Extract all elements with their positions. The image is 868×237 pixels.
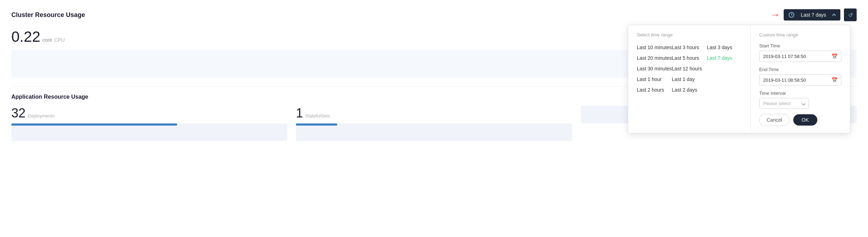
refresh-icon: ↺ [848,12,853,18]
time-option-last-3-days[interactable]: Last 3 days [707,42,742,52]
time-option-last-3-hours[interactable]: Last 3 hours [672,42,707,52]
interval-label: Time Interval [759,91,841,96]
cpu-label: CPU [54,37,65,43]
cancel-button[interactable]: Cancel [759,114,790,126]
ok-button[interactable]: OK [793,114,817,126]
time-option-last-1-hour[interactable]: Last 1 hour [637,74,672,84]
statefulsets-number: 1 [296,106,303,121]
time-option-last-1-day[interactable]: Last 1 day [672,74,707,84]
time-option-last-5-hours[interactable]: Last 5 hours [672,53,707,63]
select-time-range-title: Select time range [637,32,742,37]
cluster-section-header: Cluster Resource Usage → Last 7 days ↺ [11,8,857,21]
deployments-chart [11,123,287,141]
deployments-label: Deployments [28,113,55,118]
custom-time-panel: Custom time range Start Time 📅 End Time … [751,25,850,133]
statefulsets-label: StatefulSets [305,113,330,118]
deployments-card: 32 Deployments [11,106,287,141]
start-time-label: Start Time [759,43,841,48]
time-options-grid: Last 10 minutes Last 3 hours Last 3 days… [637,42,742,95]
end-time-group: End Time 📅 [759,67,841,86]
main-container: Cluster Resource Usage → Last 7 days ↺ 0… [0,0,868,237]
start-calendar-icon[interactable]: 📅 [832,53,838,59]
interval-row: Please select [759,98,841,109]
chevron-up-icon [832,13,836,17]
time-option-last-12-hours[interactable]: Last 12 hours [672,64,707,74]
time-option-empty-1 [707,64,742,74]
time-option-last-7-days[interactable]: Last 7 days [707,53,742,63]
time-range-label: Last 7 days [801,12,826,18]
chevron-down-icon [801,102,805,105]
time-option-last-10-min[interactable]: Last 10 minutes [637,42,672,52]
time-option-last-2-days[interactable]: Last 2 days [672,85,707,95]
deployments-number: 32 [11,106,26,121]
interval-select[interactable]: Please select [759,98,809,109]
statefulsets-card: 1 StatefulSets [296,106,572,141]
start-time-input-wrapper[interactable]: 📅 [759,51,841,62]
dropdown-overlay: Select time range Last 10 minutes Last 3… [628,25,850,133]
header-controls: → Last 7 days ↺ [770,8,857,21]
clock-icon [789,12,794,18]
time-range-button[interactable]: Last 7 days [784,9,840,21]
red-arrow-indicator: → [770,9,780,21]
end-calendar-icon[interactable]: 📅 [832,77,838,83]
cpu-unit: core [43,37,52,43]
end-time-input-wrapper[interactable]: 📅 [759,74,841,86]
end-time-label: End Time [759,67,841,72]
refresh-button[interactable]: ↺ [844,8,857,21]
statefulsets-chart [296,123,572,141]
time-option-empty-3 [707,85,742,95]
end-time-input[interactable] [763,77,832,83]
time-option-empty-2 [707,74,742,84]
start-time-group: Start Time 📅 [759,43,841,62]
time-range-panel: Select time range Last 10 minutes Last 3… [628,25,751,133]
time-option-last-2-hours[interactable]: Last 2 hours [637,85,672,95]
statefulsets-value: 1 StatefulSets [296,106,572,121]
custom-time-title: Custom time range [759,32,841,37]
cluster-section-title: Cluster Resource Usage [11,11,85,19]
interval-group: Time Interval Please select [759,91,841,109]
time-option-last-30-min[interactable]: Last 30 minutes [637,64,672,74]
deployments-value: 32 Deployments [11,106,287,121]
interval-placeholder: Please select [763,101,790,106]
time-option-last-20-min[interactable]: Last 20 minutes [637,53,672,63]
cpu-number: 0.22 [11,28,40,45]
action-buttons: Cancel OK [759,114,841,126]
start-time-input[interactable] [763,54,832,59]
